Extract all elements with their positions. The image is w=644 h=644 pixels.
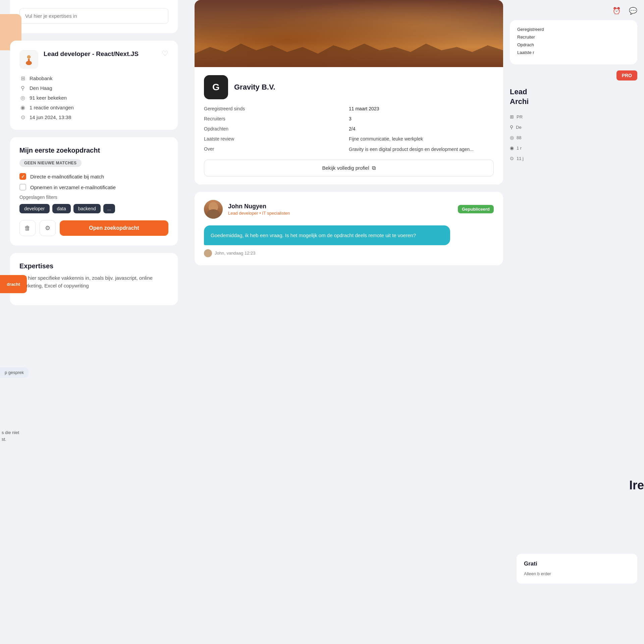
- favorite-button[interactable]: ♡: [162, 49, 168, 58]
- chat-icon-right: 💬: [629, 7, 637, 15]
- right-laatste-label: Laatste r: [517, 50, 534, 55]
- chat-message: Goedemiddag, ik heb een vraag. Is het mo…: [211, 231, 443, 239]
- company-name: Gravity B.V.: [234, 83, 275, 92]
- geen-matches-badge: GEEN NIEUWE MATCHES: [19, 159, 82, 167]
- filter-tag-more: ...: [103, 204, 115, 213]
- checkbox-row-1: Directe e-mailnotificatie bij match: [19, 173, 168, 180]
- chat-sender-text: John, vandaag 12:23: [215, 251, 255, 256]
- s-die-overlay: s die niet st.: [2, 429, 19, 442]
- right-eye-icon: ◎: [510, 135, 514, 140]
- right-pr-text: PR: [517, 114, 523, 119]
- svg-rect-2: [28, 59, 30, 62]
- sender-avatar-small: [204, 249, 212, 257]
- middle-column: G Gravity B.V. Geregistreerd sinds 11 ma…: [188, 0, 510, 644]
- right-react-text: 1 r: [517, 146, 522, 151]
- job-logo: [19, 50, 38, 69]
- company-logo-name: G Gravity B.V.: [204, 75, 494, 99]
- grati-card: Grati Alleen b erder: [517, 554, 637, 584]
- job-location-row: ⚲ Den Haag: [19, 85, 168, 91]
- left-column: Lead developer - React/Next.JS ♡ ⊞ Rabob…: [0, 0, 188, 644]
- job-date: 14 jun 2024, 13:38: [30, 114, 71, 120]
- clock-icon: ⊙: [19, 114, 26, 120]
- delete-search-button[interactable]: 🗑: [19, 220, 36, 236]
- trash-icon: 🗑: [24, 225, 31, 232]
- open-search-button[interactable]: Open zoekopdracht: [60, 220, 168, 236]
- chat-header: John Nugyen Lead developer • IT speciali…: [204, 200, 494, 219]
- recruiters-value: 3: [349, 116, 494, 121]
- grati-title: Grati: [524, 560, 630, 567]
- right-geregistreerd-row: Geregistreerd: [517, 27, 630, 32]
- company-info: G Gravity B.V. Geregistreerd sinds 11 ma…: [195, 67, 503, 184]
- checkbox-label-2: Opnemen in verzamel e-mailnotificatie: [30, 184, 116, 190]
- avatar-image: [204, 200, 223, 219]
- over-value: Gravity is een digital product design en…: [349, 146, 494, 153]
- chat-bubble: Goedemiddag, ik heb een vraag. Is het mo…: [204, 225, 450, 245]
- checkbox-directe[interactable]: [19, 173, 26, 180]
- clock-icon-right: ⏰: [612, 7, 621, 15]
- right-job-title-partial: LeadArchi: [510, 87, 529, 106]
- expertises-card: Expertises Vul hier specifieke vakkennis…: [10, 253, 178, 305]
- right-column: ⏰ 💬 Geregistreerd Recruiter Opdrach Laat…: [510, 0, 644, 644]
- expertises-title: Expertises: [19, 262, 168, 270]
- over-label: Over: [204, 146, 349, 153]
- job-views-row: ◎ 91 keer bekeken: [19, 94, 168, 101]
- gepubliceerd-badge: Gepubliceerd: [458, 205, 494, 213]
- job-company-row: ⊞ Rabobank: [19, 75, 168, 82]
- right-laatste-row: Laatste r: [517, 50, 630, 55]
- location-icon: ⚲: [19, 85, 26, 91]
- company-logo: G: [204, 75, 228, 99]
- company-card: G Gravity B.V. Geregistreerd sinds 11 ma…: [195, 0, 503, 184]
- chat-user-role: Lead developer • IT specialisten: [228, 211, 452, 216]
- right-recruiter-label: Recruiter: [517, 35, 535, 40]
- job-reactions: 1 reactie ontvangen: [30, 105, 74, 110]
- checkbox-row-2: Opnemen in verzamel e-mailnotificatie: [19, 184, 168, 191]
- opdrachten-label: Opdrachten: [204, 126, 349, 131]
- chat-avatar: [204, 200, 223, 219]
- settings-search-button[interactable]: ⚙: [40, 220, 56, 236]
- expertise-input[interactable]: [19, 8, 168, 24]
- grati-desc: Alleen b erder: [524, 571, 630, 577]
- laatste-review-label: Laatste review: [204, 136, 349, 142]
- geregistreerd-value: 11 maart 2023: [349, 106, 494, 111]
- right-geregistreerd-label: Geregistreerd: [517, 27, 544, 32]
- right-location-icon: ⚲: [510, 124, 513, 130]
- right-date-row: ⊙ 11 j: [510, 156, 524, 161]
- job-card: Lead developer - React/Next.JS ♡ ⊞ Rabob…: [10, 41, 178, 130]
- checkbox-opnemen[interactable]: [19, 184, 26, 191]
- page-layout: Lead developer - React/Next.JS ♡ ⊞ Rabob…: [0, 0, 644, 644]
- chat-sender-row: John, vandaag 12:23: [204, 249, 494, 257]
- chat-user-name: John Nugyen: [228, 203, 452, 210]
- building-icon: ⊞: [19, 75, 26, 82]
- gesprek-overlay: p gesprek: [0, 367, 29, 378]
- orange-accent-mid: dracht: [0, 275, 27, 293]
- right-job-meta-partial: ⊞ PR ⚲ De ◎ 88 ◉ 1 r ⊙ 11 j: [510, 114, 524, 163]
- bekijk-profiel-button[interactable]: Bekijk volledig profiel ⧉: [204, 160, 494, 176]
- job-views: 91 keer bekeken: [30, 95, 67, 101]
- expertises-desc: Vul hier specifieke vakkennis in, zoals …: [19, 274, 168, 290]
- right-react-row: ◉ 1 r: [510, 145, 524, 151]
- chat-user-info: John Nugyen Lead developer • IT speciali…: [228, 203, 452, 216]
- right-clock-icon: ⊙: [510, 156, 514, 161]
- right-chat-icon: ◉: [510, 145, 514, 151]
- right-date-text: 11 j: [517, 156, 524, 161]
- job-title: Lead developer - React/Next.JS: [44, 50, 168, 58]
- chat-icon: ◉: [19, 104, 26, 111]
- ire-text: Ire: [629, 478, 644, 492]
- job-company: Rabobank: [30, 75, 52, 81]
- company-details-grid: Geregistreerd sinds 11 maart 2023 Recrui…: [204, 106, 494, 153]
- right-views-text: 88: [517, 135, 521, 140]
- job-date-row: ⊙ 14 jun 2024, 13:38: [19, 114, 168, 120]
- job-location: Den Haag: [30, 85, 52, 91]
- opdrachten-value: 2/4: [349, 126, 494, 131]
- filter-tag-developer: developer: [19, 204, 50, 213]
- filter-tag-data: data: [52, 204, 71, 213]
- svg-point-0: [27, 55, 31, 59]
- external-link-icon: ⧉: [372, 165, 376, 171]
- checkbox-label-1: Directe e-mailnotificatie bij match: [30, 174, 104, 179]
- right-building-icon: ⊞: [510, 114, 514, 119]
- right-recruiter-row: Recruiter: [517, 35, 630, 40]
- right-loc-row: ⚲ De: [510, 124, 524, 130]
- job-card-header: Lead developer - React/Next.JS: [19, 50, 168, 69]
- right-loc-text: De: [516, 125, 522, 130]
- geregistreerd-label: Geregistreerd sinds: [204, 106, 349, 111]
